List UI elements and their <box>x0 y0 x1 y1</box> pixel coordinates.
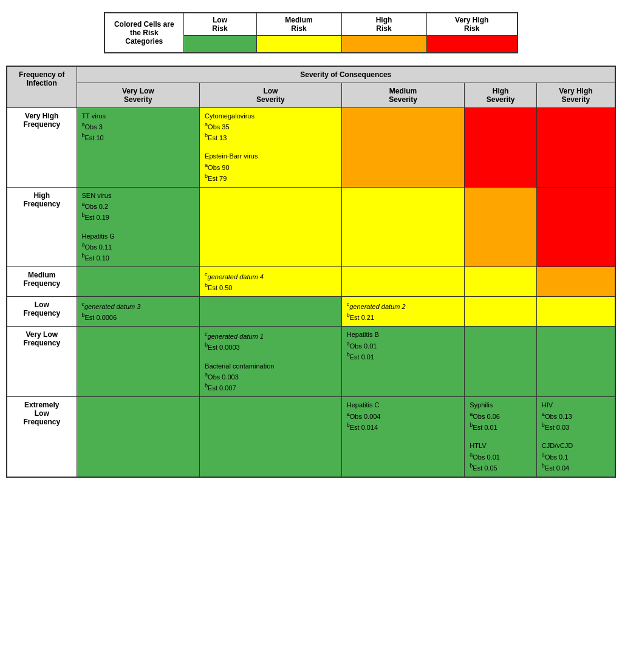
cell-el-hs: Syphilis aObs 0.06 bEst 0.01 HTLV aObs 0… <box>465 397 537 477</box>
cell-el-ms: Hepatitis C aObs 0.004 bEst 0.014 <box>341 397 465 477</box>
cell-content: cgenerated datum 1 bEst 0.0003 Bacterial… <box>205 330 337 393</box>
cell-vh-vls: TT virus aObs 3 bEst 10 <box>77 107 200 187</box>
frequency-header: Frequency ofInfection <box>7 66 77 108</box>
cell-m-ms <box>341 267 465 297</box>
legend-high-header: HighRisk <box>341 13 426 36</box>
table-row: MediumFrequency cgenerated datum 4 bEst … <box>7 267 615 297</box>
cell-vh-ls: Cytomegalovirus aObs 35 bEst 13 Epstein-… <box>200 107 342 187</box>
cell-m-vls <box>77 267 200 297</box>
cell-content: cgenerated datum 2 bEst 0.21 <box>347 300 460 322</box>
cell-el-ls <box>200 397 342 477</box>
cell-h-ms <box>341 187 465 266</box>
cell-vl-ls: cgenerated datum 1 bEst 0.0003 Bacterial… <box>200 327 342 397</box>
cell-content: Cytomegalovirus aObs 35 bEst 13 Epstein-… <box>205 112 337 183</box>
table-row: HighFrequency SEN virus aObs 0.2 bEst 0.… <box>7 187 615 266</box>
row-label-verylow-freq: Very LowFrequency <box>7 327 77 397</box>
cell-vh-vhs <box>536 107 615 187</box>
legend-orange-cell <box>341 36 426 53</box>
legend-label: Colored Cells are the Risk Categories <box>104 13 183 53</box>
cell-m-hs <box>465 267 537 297</box>
legend-green-cell <box>183 36 256 53</box>
cell-vh-hs <box>465 107 537 187</box>
cell-el-vls <box>77 397 200 477</box>
col-header-medium: MediumSeverity <box>341 83 465 107</box>
cell-h-ls <box>200 187 342 266</box>
legend-medium-header: MediumRisk <box>256 13 341 36</box>
cell-l-ms: cgenerated datum 2 bEst 0.21 <box>341 297 465 327</box>
table-row: LowFrequency cgenerated datum 3 bEst 0.0… <box>7 297 615 327</box>
severity-header: Severity of Consequences <box>77 66 615 83</box>
col-header-veryhigh: Very HighSeverity <box>536 83 615 107</box>
row-label-high-freq: HighFrequency <box>7 187 77 266</box>
col-header-high: HighSeverity <box>465 83 537 107</box>
cell-l-vhs <box>536 297 615 327</box>
cell-h-vhs <box>536 187 615 266</box>
legend-veryhigh-header: Very HighRisk <box>426 13 518 36</box>
legend-table: Colored Cells are the Risk Categories Lo… <box>104 12 518 53</box>
cell-vl-ms: Hepatitis B aObs 0.01 bEst 0.01 <box>341 327 465 397</box>
table-row: Very HighFrequency TT virus aObs 3 bEst … <box>7 107 615 187</box>
legend-red-cell <box>426 36 518 53</box>
cell-l-ls <box>200 297 342 327</box>
cell-h-vls: SEN virus aObs 0.2 bEst 0.19 Hepatitis G… <box>77 187 200 266</box>
cell-m-ls: cgenerated datum 4 bEst 0.50 <box>200 267 342 297</box>
legend-low-header: LowRisk <box>183 13 256 36</box>
row-label-extremelylow-freq: ExtremelyLowFrequency <box>7 397 77 477</box>
cell-vl-hs <box>465 327 537 397</box>
col-header-low: LowSeverity <box>200 83 342 107</box>
legend-yellow-cell <box>256 36 341 53</box>
row-label-medium-freq: MediumFrequency <box>7 267 77 297</box>
table-row: ExtremelyLowFrequency Hepatitis C aObs 0… <box>7 397 615 477</box>
cell-content: HIV aObs 0.13 bEst 0.03 CJD/vCJD aObs 0.… <box>542 401 610 472</box>
cell-content: Hepatitis B aObs 0.01 bEst 0.01 <box>347 330 460 361</box>
row-label-veryhigh-freq: Very HighFrequency <box>7 107 77 187</box>
cell-vl-vhs <box>536 327 615 397</box>
cell-content: Hepatitis C aObs 0.004 bEst 0.014 <box>347 401 460 432</box>
risk-matrix-table: Frequency ofInfection Severity of Conseq… <box>6 66 616 478</box>
cell-h-hs <box>465 187 537 266</box>
cell-content: cgenerated datum 4 bEst 0.50 <box>205 271 337 293</box>
cell-content: SEN virus aObs 0.2 bEst 0.19 Hepatitis G… <box>82 191 195 263</box>
row-label-low-freq: LowFrequency <box>7 297 77 327</box>
col-header-verylow: Very LowSeverity <box>77 83 200 107</box>
table-row: Very LowFrequency cgenerated datum 1 bEs… <box>7 327 615 397</box>
cell-l-hs <box>465 297 537 327</box>
cell-vh-ms <box>341 107 465 187</box>
cell-content: TT virus aObs 3 bEst 10 <box>82 112 195 143</box>
cell-content: Syphilis aObs 0.06 bEst 0.01 HTLV aObs 0… <box>470 401 531 472</box>
cell-m-vhs <box>536 267 615 297</box>
cell-vl-vls <box>77 327 200 397</box>
cell-el-vhs: HIV aObs 0.13 bEst 0.03 CJD/vCJD aObs 0.… <box>536 397 615 477</box>
cell-l-vls: cgenerated datum 3 bEst 0.0006 <box>77 297 200 327</box>
cell-content: cgenerated datum 3 bEst 0.0006 <box>82 300 195 322</box>
